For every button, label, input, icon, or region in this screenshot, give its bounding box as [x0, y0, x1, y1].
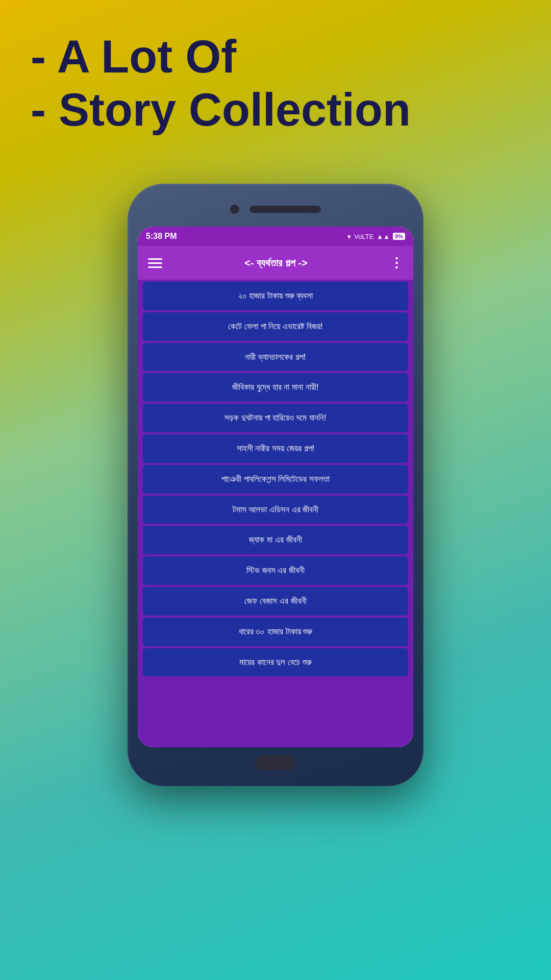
- story-list-item[interactable]: সাহসী নারীর সময় জেয়র গল্প!: [143, 434, 408, 463]
- app-bar: <- ব্যর্থতার গল্প -> ⋮: [138, 246, 413, 280]
- camera-dot: [230, 205, 239, 214]
- more-options-button[interactable]: ⋮: [390, 255, 403, 271]
- phone-screen: 5:38 PM ▾ VoLTE ▲▲ 9% <- ব্যর্থতার গল্প …: [138, 227, 413, 747]
- hamburger-line: [148, 266, 162, 268]
- header-tagline: - A Lot Of - Story Collection: [31, 31, 411, 136]
- status-icons: ▾ VoLTE ▲▲ 9%: [347, 233, 405, 240]
- phone-shell: 5:38 PM ▾ VoLTE ▲▲ 9% <- ব্যর্থতার গল্প …: [128, 184, 423, 786]
- status-time: 5:38 PM: [146, 232, 177, 241]
- story-item-text: জীবিকার যুদ্ধে হার না মানা নারী!: [232, 382, 318, 392]
- story-item-text: সাহসী নারীর সময় জেয়র গল্প!: [237, 444, 315, 453]
- signal-bars: ▲▲: [377, 233, 390, 240]
- story-list-item[interactable]: ধারের ৩০ হাজার টাকায় শুরু: [143, 618, 408, 646]
- story-item-text: ধারের ৩০ হাজার টাকায় শুরু: [239, 627, 313, 636]
- story-list-item[interactable]: টমাস আলভা এডিসন এর জীবনী: [143, 496, 408, 524]
- battery-indicator: 9%: [393, 233, 405, 240]
- story-list-item[interactable]: জেফ বেজাস এর জীবনী: [143, 587, 408, 616]
- header-line2: - Story Collection: [31, 84, 411, 137]
- story-list-item[interactable]: স্টিভ জবস এর জীবনী: [143, 556, 408, 585]
- story-item-text: পাঞেরী পাবলিকেশন্স লিমিটেডের সফলতা: [221, 474, 330, 484]
- story-item-text: ২০ হাজার টাকায় শুরু ব্যবসা: [238, 291, 313, 301]
- app-title: <- ব্যর্থতার গল্প ->: [244, 257, 307, 269]
- header-line1: - A Lot Of: [31, 31, 411, 84]
- story-list-item[interactable]: জ্যাক মা এর জীবনী: [143, 526, 408, 554]
- story-item-text: নারী ভ্যানচালকের গল্প!: [245, 352, 306, 362]
- phone-mockup: 5:38 PM ▾ VoLTE ▲▲ 9% <- ব্যর্থতার গল্প …: [128, 184, 423, 786]
- story-item-text: টমাস আলভা এডিসন এর জীবনী: [233, 505, 319, 514]
- story-list-item[interactable]: সড়ক দুঘটনায় পা হারিয়েও দমে যাননি!: [143, 404, 408, 432]
- story-item-text: জ্যাক মা এর জীবনী: [249, 535, 302, 545]
- story-list-item[interactable]: পাঞেরী পাবলিকেশন্স লিমিটেডের সফলতা: [143, 465, 408, 494]
- story-list-item[interactable]: মায়ের কানের দুল বেচে শুরু: [143, 648, 408, 677]
- story-list-item[interactable]: ২০ হাজার টাকায় শুরু ব্যবসা: [143, 282, 408, 310]
- hamburger-line: [148, 258, 162, 260]
- story-item-text: সড়ক দুঘটনায় পা হারিয়েও দমে যাননি!: [224, 413, 326, 423]
- status-bar: 5:38 PM ▾ VoLTE ▲▲ 9%: [138, 227, 413, 246]
- home-button[interactable]: [255, 755, 296, 770]
- story-list-item[interactable]: জীবিকার যুদ্ধে হার না মানা নারী!: [143, 373, 408, 402]
- story-list: ২০ হাজার টাকায় শুরু ব্যবসাকেটে ফেলা পা …: [138, 280, 413, 747]
- network-indicator: VoLTE: [354, 233, 373, 240]
- story-item-text: জেফ বেজাস এর জীবনী: [244, 596, 306, 606]
- phone-top-bar: [138, 194, 413, 225]
- hamburger-line: [148, 262, 162, 264]
- story-list-item[interactable]: নারী ভ্যানচালকের গল্প!: [143, 343, 408, 372]
- speaker-bar: [249, 206, 321, 213]
- story-item-text: মায়ের কানের দুল বেচে শুরু: [239, 657, 312, 667]
- phone-bottom: [138, 747, 413, 778]
- wifi-icon: ▾: [347, 233, 351, 240]
- story-list-item[interactable]: কেটে ফেলা পা নিয়ে এভারেষ্ট বিজয়!: [143, 312, 408, 341]
- story-item-text: স্টিভ জবস এর জীবনী: [246, 566, 305, 575]
- hamburger-menu-button[interactable]: [148, 258, 162, 268]
- story-item-text: কেটে ফেলা পা নিয়ে এভারেষ্ট বিজয়!: [228, 322, 322, 331]
